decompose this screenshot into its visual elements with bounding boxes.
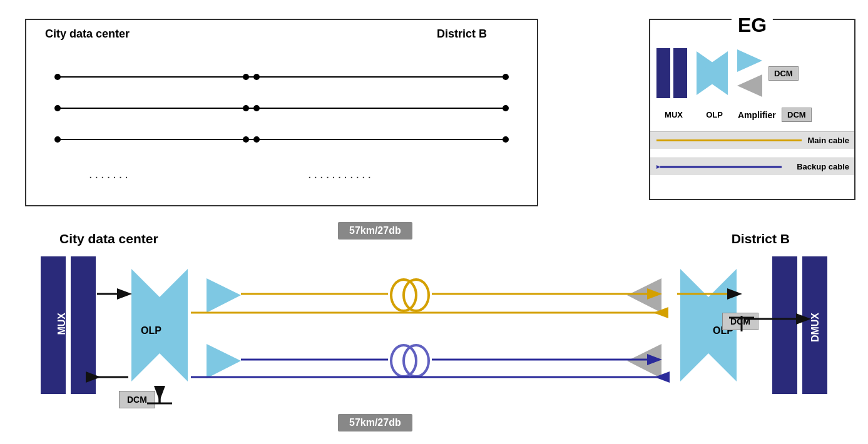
dot bbox=[253, 136, 260, 143]
mux-icon-group bbox=[656, 48, 687, 98]
dot bbox=[243, 136, 249, 143]
mux-bar-2 bbox=[673, 48, 687, 98]
dot bbox=[243, 74, 249, 80]
backup-cable-row: Backup cable bbox=[650, 158, 854, 175]
dot bbox=[54, 74, 61, 80]
backup-cable-label: Backup cable bbox=[797, 162, 854, 171]
amplifier-icon bbox=[737, 49, 762, 97]
main-cable-line bbox=[656, 139, 802, 141]
dot bbox=[243, 105, 249, 111]
line-row-2 bbox=[58, 108, 506, 109]
dot bbox=[253, 74, 260, 80]
dot bbox=[503, 136, 509, 143]
amplifier-label-legend: Amplifier bbox=[738, 110, 775, 120]
mux-label-legend: MUX bbox=[656, 110, 691, 119]
dcm-box-label: DCM bbox=[782, 108, 812, 122]
dot bbox=[54, 136, 61, 143]
line-row-1 bbox=[58, 76, 506, 78]
main-cable-row: Main cable bbox=[650, 131, 854, 149]
olp-label-legend: OLP bbox=[697, 110, 732, 119]
dot bbox=[253, 105, 260, 111]
bottom-diagram: City data center District B 57km/27db 57… bbox=[0, 222, 868, 444]
top-left-diagram: City data center District B ....... ....… bbox=[25, 19, 538, 206]
dcm-box-top: DCM bbox=[768, 66, 799, 81]
main-cable-label: Main cable bbox=[808, 136, 854, 145]
city-label-top: City data center bbox=[45, 28, 130, 41]
svg-marker-2 bbox=[737, 49, 762, 72]
line-row-3 bbox=[58, 139, 506, 140]
dot bbox=[503, 105, 509, 111]
dot bbox=[503, 74, 509, 80]
svg-marker-3 bbox=[737, 74, 762, 97]
eg-title: EG bbox=[732, 14, 773, 37]
dot bbox=[54, 105, 61, 111]
dots-2: ........... bbox=[308, 167, 374, 181]
district-label-top: District B bbox=[437, 28, 487, 41]
legend-box: EG DCM MUX OLP Amplifier bbox=[649, 19, 855, 200]
bottom-arrows-svg bbox=[0, 222, 868, 444]
mux-bar-1 bbox=[656, 48, 670, 98]
olp-icon bbox=[693, 48, 731, 98]
dots-1: ....... bbox=[89, 167, 131, 181]
